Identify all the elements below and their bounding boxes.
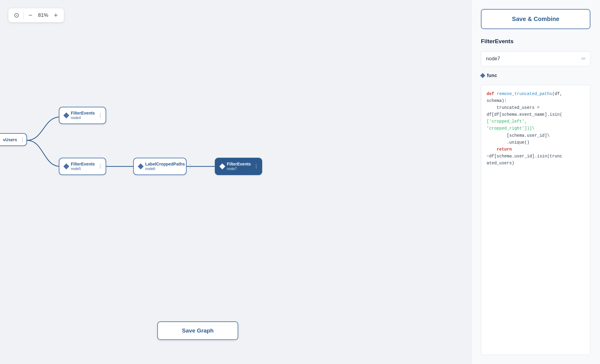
code-line7: [schema.user_id]\ [487,133,550,138]
code-line6: 'cropped_right'])]\ [487,126,535,131]
code-def-keyword: def [487,91,494,96]
node4-text: FilterEvents node4 [71,110,95,121]
node-filterevents-4[interactable]: FilterEvents node4 ⋮ [59,107,106,124]
code-editor[interactable]: def remove_truncated_paths(df, schema): … [481,85,590,355]
partial-node-label: vUsers [3,137,17,142]
zoom-out-button[interactable]: − [28,12,33,19]
node4-diamond [63,112,69,118]
node-filterevents-7[interactable]: FilterEvents node7 ⋮ [215,158,262,175]
node-name-input[interactable] [486,56,577,62]
node5-id: node5 [71,167,95,172]
code-line11: ated_users) [487,161,514,166]
code-line5: ['cropped_left', [487,119,527,124]
node6-diamond [138,163,144,169]
node5-diamond [63,163,69,169]
node6-menu[interactable]: ⋮ [187,163,194,169]
code-return-keyword: return [487,147,512,152]
node4-menu[interactable]: ⋮ [97,112,104,118]
code-line4: df[df[schema.event_name].isin( [487,112,562,117]
node7-menu[interactable]: ⋮ [253,163,260,169]
main-container: ⊙ − 81% + vUsers ⋮ FilterEvents [0,0,600,364]
edit-icon[interactable]: ✏ [581,55,586,62]
node7-label: FilterEvents [227,161,251,167]
func-label: func [481,73,590,78]
func-label-text: func [487,73,497,78]
right-panel: Save & Combine FilterEvents ✏ func def r… [471,0,600,364]
panel-section-title: FilterEvents [481,38,590,45]
code-line8: .unique() [487,140,530,145]
save-graph-button[interactable]: Save Graph [158,321,238,340]
node5-label: FilterEvents [71,161,95,167]
save-combine-button[interactable]: Save & Combine [481,9,590,29]
partial-node-vusers[interactable]: vUsers ⋮ [0,133,27,146]
node5-text: FilterEvents node5 [71,161,95,172]
code-func-name: remove_truncated_paths [497,91,552,96]
code-line10: ~df[schema.user_id].isin(trunc [487,154,562,159]
code-line3: truncated_users = [487,105,539,110]
node6-label: LabelCroppedPaths [145,161,185,167]
node4-id: node4 [71,116,95,121]
zoom-in-button[interactable]: + [53,12,58,19]
node-name-field-container: ✏ [481,51,590,66]
target-icon: ⊙ [14,11,19,19]
node-filterevents-5[interactable]: FilterEvents node5 ⋮ [59,158,106,175]
node4-label: FilterEvents [71,110,95,116]
zoom-divider [23,12,24,19]
node-labelcroppedpaths-6[interactable]: LabelCroppedPaths node6 ⋮ [133,158,187,175]
code-line2: schema): [487,98,507,103]
node6-id: node6 [145,167,185,172]
zoom-level: 81% [37,12,49,18]
node5-menu[interactable]: ⋮ [97,163,104,169]
node7-diamond [219,163,225,169]
node7-id: node7 [227,167,251,172]
node6-text: LabelCroppedPaths node6 [145,161,185,172]
graph-connections [0,0,471,364]
func-diamond-icon [480,73,485,78]
node7-text: FilterEvents node7 [227,161,251,172]
graph-canvas: ⊙ − 81% + vUsers ⋮ FilterEvents [0,0,471,364]
partial-node-menu[interactable]: ⋮ [20,137,26,142]
code-args: (df, [552,91,562,96]
zoom-controls: ⊙ − 81% + [8,8,64,22]
